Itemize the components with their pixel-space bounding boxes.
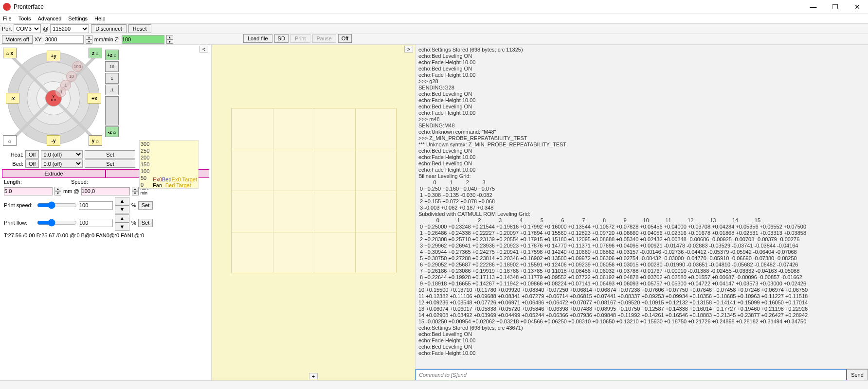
print-speed-label: Print speed: xyxy=(4,202,35,208)
xy-speed-input[interactable] xyxy=(45,35,84,44)
toolbar-connection: Port COM3 @ 115200 Disconnect Reset xyxy=(0,23,868,34)
reset-button[interactable]: Reset xyxy=(128,24,151,33)
z-step-10-button[interactable]: 10 xyxy=(105,61,119,72)
jog-minus-z-button[interactable]: -z ⌂ xyxy=(105,126,119,137)
print-flow-label: Print flow: xyxy=(4,220,35,226)
jog-plus-z-button[interactable]: +z ⌂ xyxy=(105,50,119,60)
pause-button[interactable]: Pause xyxy=(312,34,336,43)
jog-dial: y0 x +y -y -x +x ⌂ x z ⌂ ⌂ y ⌂ 100 10 1 … xyxy=(5,50,102,147)
load-file-button[interactable]: Load file xyxy=(243,34,272,43)
xy-up[interactable]: ▲ xyxy=(86,35,92,39)
xy-dn[interactable]: ▼ xyxy=(86,39,92,44)
print-flow-slider[interactable] xyxy=(37,219,77,227)
home-z-corner-button[interactable]: z ⌂ xyxy=(89,48,102,58)
mm-at-label: mm @ xyxy=(63,188,79,194)
print-speed-slider[interactable] xyxy=(37,201,77,209)
ext-speed-input[interactable] xyxy=(81,187,130,195)
jog-minus-y-button[interactable]: -y xyxy=(47,135,60,146)
close-button[interactable]: ✕ xyxy=(846,0,868,14)
add-object-button[interactable]: + xyxy=(309,373,318,379)
bed-off-button[interactable]: Off xyxy=(25,159,39,168)
heat-temp-select[interactable]: 0.0 (off) xyxy=(41,150,83,159)
home-y-button[interactable]: y ⌂ xyxy=(89,135,102,146)
heat-label: Heat: xyxy=(4,152,23,158)
z-up[interactable]: ▲ xyxy=(166,35,173,39)
at-label: @ xyxy=(43,26,48,32)
mmmin-label: mm/min Z: xyxy=(94,36,120,42)
left-panel: < y0 x +y -y -x +x ⌂ x z ⌂ ⌂ y ⌂ 100 10 … xyxy=(0,45,211,380)
z-speed-input[interactable] xyxy=(122,35,164,44)
pct-label-1: % xyxy=(131,202,136,208)
jog-minus-x-button[interactable]: -x xyxy=(6,93,19,104)
build-plate[interactable] xyxy=(231,108,397,273)
port-label: Port xyxy=(2,26,12,32)
print-speed-input[interactable] xyxy=(79,201,113,210)
extrude-button[interactable]: Extrude xyxy=(2,169,106,178)
print-flow-input[interactable] xyxy=(79,219,113,227)
console-output[interactable]: echo:Settings Stored (698 bytes; crc 113… xyxy=(416,45,868,369)
preview-panel: > + xyxy=(211,45,416,380)
toolbar-motion: Motors off XY: ▲▼ mm/min Z: ▲▼ xyxy=(0,34,868,45)
length-input[interactable] xyxy=(4,187,53,195)
home-x-button[interactable]: ⌂ x xyxy=(3,48,17,58)
collapse-left-button[interactable]: < xyxy=(199,46,208,53)
print-flow-set-button[interactable]: Set xyxy=(138,219,153,227)
off-button[interactable]: Off xyxy=(338,34,352,43)
titlebar: Pronterface — ❐ ✕ xyxy=(0,0,868,14)
heat-off-button[interactable]: Off xyxy=(25,150,39,159)
xy-label: XY: xyxy=(35,36,43,42)
speed-label: Speed: xyxy=(71,179,95,185)
home-all-button[interactable]: ⌂ xyxy=(3,135,17,146)
console-panel: echo:Settings Stored (698 bytes; crc 113… xyxy=(416,45,868,380)
print-button[interactable]: Print xyxy=(290,34,310,43)
minimize-button[interactable]: — xyxy=(802,0,824,14)
print-speed-set-button[interactable]: Set xyxy=(138,201,153,210)
step-01-button[interactable]: .1 xyxy=(55,87,66,97)
heat-set-button[interactable]: Set xyxy=(85,150,135,159)
jog-plus-x-button[interactable]: +x xyxy=(88,93,101,104)
pct-label-2: % xyxy=(131,220,136,226)
menu-advanced[interactable]: Advanced xyxy=(37,16,61,21)
z-track xyxy=(105,96,119,125)
bed-temp-select[interactable]: 0.0 (off) xyxy=(41,159,83,168)
app-icon xyxy=(3,3,11,11)
menubar: File Tools Advanced Settings Help xyxy=(0,14,868,23)
z-step-1-button[interactable]: 1 xyxy=(105,73,119,84)
bed-label: Bed: xyxy=(4,161,23,167)
jog-plus-y-button[interactable]: +y xyxy=(47,51,60,61)
length-label: Length: xyxy=(4,179,38,185)
expand-right-button[interactable]: > xyxy=(404,46,413,53)
menu-file[interactable]: File xyxy=(3,16,12,21)
z-dn[interactable]: ▼ xyxy=(166,39,173,44)
menu-settings[interactable]: Settings xyxy=(68,16,88,21)
app-title: Pronterface xyxy=(14,3,44,10)
menu-help[interactable]: Help xyxy=(94,16,106,21)
baud-select[interactable]: 115200 xyxy=(50,24,89,33)
port-select[interactable]: COM3 xyxy=(14,24,41,33)
statusbar xyxy=(0,380,868,389)
menu-tools[interactable]: Tools xyxy=(18,16,31,21)
temperature-status: T:27.56 /0.00 B:25.67 /0.00 @:0 B@:0 FAN… xyxy=(2,231,209,239)
bed-set-button[interactable]: Set xyxy=(85,159,135,168)
step-100-button[interactable]: 100 xyxy=(72,61,83,72)
disconnect-button[interactable]: Disconnect xyxy=(91,24,126,33)
send-button[interactable]: Send xyxy=(847,369,868,380)
command-input[interactable] xyxy=(416,369,847,380)
z-step-01-button[interactable]: .1 xyxy=(105,85,119,95)
maximize-button[interactable]: ❐ xyxy=(824,0,846,14)
temperature-graph: 300250200 150100500 Ex0BedEx0 Target Fan… xyxy=(139,140,199,189)
sd-button[interactable]: SD xyxy=(274,34,289,43)
motors-off-button[interactable]: Motors off xyxy=(2,35,33,44)
z-jog-column: +z ⌂ 10 1 .1 -z ⌂ xyxy=(105,50,119,147)
